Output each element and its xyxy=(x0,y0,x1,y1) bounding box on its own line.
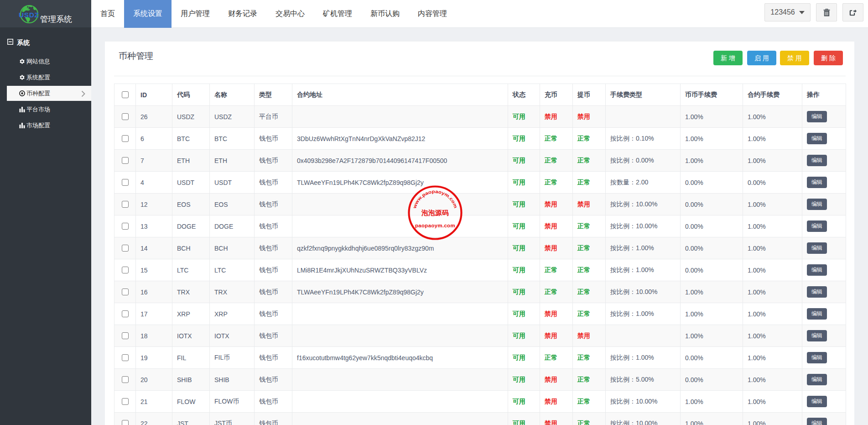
svg-text:管理系统: 管理系统 xyxy=(40,15,72,24)
svg-text:paopaoym.com: paopaoym.com xyxy=(415,223,455,228)
svg-text:USDZ: USDZ xyxy=(19,11,39,19)
svg-text:泡泡源码: 泡泡源码 xyxy=(421,209,449,216)
